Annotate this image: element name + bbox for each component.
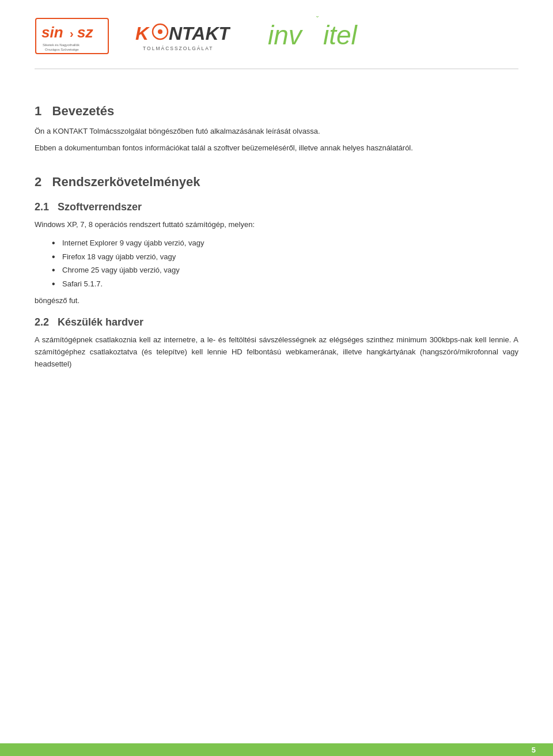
- section1-title: 1 Bevezetés: [35, 104, 518, 119]
- section1-intro2: Ebben a dokumentumban fontos információk…: [35, 142, 518, 154]
- section1-number: 1: [35, 104, 41, 118]
- header: sin › sz Siketek és Nagyothallók Országo…: [0, 0, 553, 69]
- footer: 5: [0, 743, 553, 756]
- sinosz-logo: sin › sz Siketek és Nagyothallók Országo…: [35, 17, 109, 55]
- svg-text:sin: sin: [41, 24, 63, 41]
- section2-heading: Rendszerkövetelmények: [52, 175, 200, 189]
- svg-text:Siketek és Nagyothallók: Siketek és Nagyothallók: [43, 43, 80, 47]
- bullet-text-3: Chrome 25 vagy újabb verzió, vagy: [62, 266, 180, 274]
- svg-text:Országos Szövetsége: Országos Szövetsége: [45, 48, 79, 51]
- sub1-heading: Szoftverrendszer: [58, 201, 142, 213]
- invitel-logo: inv itel ˇ: [265, 14, 380, 57]
- bullet-text-1: Internet Explorer 9 vagy újabb verzió, v…: [62, 239, 204, 247]
- invitel-logo-svg: inv itel ˇ: [265, 14, 380, 55]
- sub2-text1: A számítógépnek csatlakoznia kell az int…: [35, 334, 518, 370]
- svg-text:ˇ: ˇ: [316, 15, 319, 24]
- sub2-number: 2.2: [35, 316, 49, 328]
- bullet-text-4: Safari 5.1.7.: [62, 279, 103, 288]
- svg-text:sz: sz: [77, 24, 93, 41]
- sub2-heading: Készülék hardver: [58, 316, 143, 328]
- list-item: Internet Explorer 9 vagy újabb verzió, v…: [52, 236, 518, 250]
- bullet-text-2: Firefox 18 vagy újabb verzió, vagy: [62, 252, 176, 261]
- section2-title: 2 Rendszerkövetelmények: [35, 175, 518, 190]
- kontakt-logo: K NTAKT TOLMÁCSSZOLGÁLAT: [132, 16, 230, 56]
- svg-text:K: K: [135, 23, 150, 44]
- svg-text:inv: inv: [268, 20, 304, 50]
- section2-sub1-title: 2.1 Szoftverrendszer: [35, 201, 518, 213]
- svg-text:itel: itel: [323, 20, 358, 50]
- content: 1 Bevezetés Ön a KONTAKT Tolmácsszolgála…: [0, 69, 553, 756]
- svg-text:NTAKT: NTAKT: [169, 23, 230, 44]
- section2-number: 2: [35, 175, 41, 189]
- svg-text:›: ›: [70, 27, 74, 40]
- sub1-footer: böngésző fut.: [35, 296, 518, 305]
- list-item: Safari 5.1.7.: [52, 277, 518, 290]
- svg-point-8: [158, 29, 162, 34]
- page-number: 5: [532, 746, 536, 754]
- sub1-number: 2.1: [35, 201, 49, 213]
- list-item: Chrome 25 vagy újabb verzió, vagy: [52, 263, 518, 277]
- sub1-intro: Windows XP, 7, 8 operációs rendszert fut…: [35, 219, 518, 231]
- page: sin › sz Siketek és Nagyothallók Országo…: [0, 0, 553, 756]
- kontakt-logo-svg: K NTAKT TOLMÁCSSZOLGÁLAT: [132, 16, 230, 56]
- list-item: Firefox 18 vagy újabb verzió, vagy: [52, 250, 518, 263]
- svg-text:TOLMÁCSSZOLGÁLAT: TOLMÁCSSZOLGÁLAT: [143, 46, 213, 51]
- section2-sub2-title: 2.2 Készülék hardver: [35, 316, 518, 328]
- sinosz-logo-svg: sin › sz Siketek és Nagyothallók Országo…: [35, 17, 109, 55]
- sub1-bullet-list: Internet Explorer 9 vagy újabb verzió, v…: [35, 236, 518, 290]
- section1-intro1: Ön a KONTAKT Tolmácsszolgálat böngészőbe…: [35, 126, 518, 138]
- section1-heading: Bevezetés: [52, 104, 115, 118]
